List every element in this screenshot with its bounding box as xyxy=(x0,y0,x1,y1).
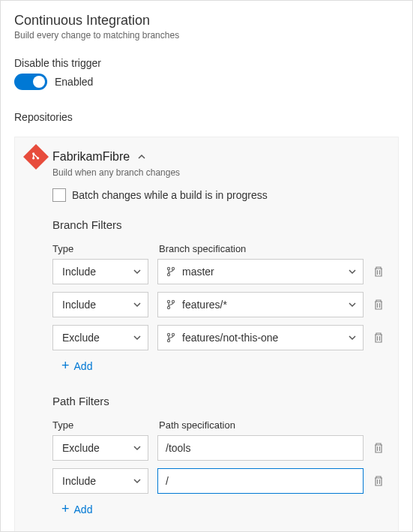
branch-spec-value: features/* xyxy=(182,299,227,311)
select-value: Include xyxy=(62,299,96,311)
select-value: Exclude xyxy=(62,442,100,454)
trigger-toggle[interactable] xyxy=(14,74,47,90)
branch-spec-select[interactable]: master xyxy=(157,259,364,284)
branch-spec-value: master xyxy=(182,266,214,278)
branch-filters-title: Branch Filters xyxy=(52,218,386,231)
chevron-down-icon xyxy=(348,333,357,342)
chevron-up-icon xyxy=(137,152,146,161)
svg-point-6 xyxy=(167,300,169,302)
chevron-down-icon xyxy=(348,267,357,276)
delete-button[interactable] xyxy=(373,442,386,454)
branch-filter-row: Include features/* xyxy=(52,292,386,317)
path-type-select[interactable]: Exclude xyxy=(52,435,148,461)
select-value: Include xyxy=(62,266,96,278)
plus-icon: + xyxy=(61,501,70,517)
add-label: Add xyxy=(74,503,93,515)
page-subtitle: Build every change to matching branches xyxy=(14,30,399,41)
branch-spec-select[interactable]: features/* xyxy=(157,292,364,317)
branch-type-header: Type xyxy=(52,243,148,254)
trigger-state: Enabled xyxy=(55,76,93,88)
plus-icon: + xyxy=(61,358,70,374)
chevron-down-icon xyxy=(133,476,142,485)
add-label: Add xyxy=(74,360,93,372)
delete-button[interactable] xyxy=(373,475,386,487)
batch-checkbox[interactable] xyxy=(52,188,66,202)
chevron-down-icon xyxy=(348,300,357,309)
repositories-label: Repositories xyxy=(14,111,399,123)
path-filters-title: Path Filters xyxy=(52,395,386,407)
path-spec-input[interactable] xyxy=(157,435,364,461)
delete-button[interactable] xyxy=(373,299,386,311)
branch-icon xyxy=(166,332,176,343)
delete-button[interactable] xyxy=(373,266,386,278)
chevron-down-icon xyxy=(133,300,142,309)
add-path-filter-button[interactable]: + Add xyxy=(61,501,386,517)
svg-point-7 xyxy=(172,300,174,302)
path-type-header: Type xyxy=(52,419,148,431)
branch-spec-header: Branch specification xyxy=(159,243,386,254)
svg-point-11 xyxy=(167,339,169,341)
chevron-down-icon xyxy=(133,443,142,452)
batch-label: Batch changes while a build is in progre… xyxy=(72,189,268,201)
git-icon xyxy=(23,144,49,170)
svg-point-5 xyxy=(167,273,169,275)
repo-card: FabrikamFibre Build when any branch chan… xyxy=(14,137,399,532)
branch-type-select[interactable]: Exclude xyxy=(52,325,148,350)
add-branch-filter-button[interactable]: + Add xyxy=(61,358,386,374)
repo-header[interactable]: FabrikamFibre xyxy=(27,148,386,166)
repo-subtitle: Build when any branch changes xyxy=(52,167,386,178)
branch-type-select[interactable]: Include xyxy=(52,259,148,284)
svg-point-3 xyxy=(167,267,169,269)
path-spec-header: Path specification xyxy=(159,419,386,431)
select-value: Include xyxy=(62,475,96,487)
path-filter-row: Include xyxy=(52,468,386,494)
path-filter-row: Exclude xyxy=(52,435,386,461)
svg-point-8 xyxy=(167,306,169,308)
trigger-label: Disable this trigger xyxy=(14,57,399,69)
branch-filter-row: Exclude features/not-this-one xyxy=(52,325,386,350)
svg-point-4 xyxy=(172,267,174,269)
svg-point-10 xyxy=(172,333,174,335)
select-value: Exclude xyxy=(62,332,100,344)
delete-button[interactable] xyxy=(373,332,386,344)
branch-filter-row: Include master xyxy=(52,259,386,284)
svg-point-9 xyxy=(167,333,169,335)
path-spec-input[interactable] xyxy=(157,468,364,494)
repo-name: FabrikamFibre xyxy=(52,150,130,164)
chevron-down-icon xyxy=(133,333,142,342)
page-title: Continuous Integration xyxy=(14,13,399,29)
branch-spec-select[interactable]: features/not-this-one xyxy=(157,325,364,350)
branch-type-select[interactable]: Include xyxy=(52,292,148,317)
path-type-select[interactable]: Include xyxy=(52,468,148,494)
branch-icon xyxy=(166,266,176,277)
branch-icon xyxy=(166,299,176,310)
chevron-down-icon xyxy=(133,267,142,276)
branch-spec-value: features/not-this-one xyxy=(182,332,278,344)
